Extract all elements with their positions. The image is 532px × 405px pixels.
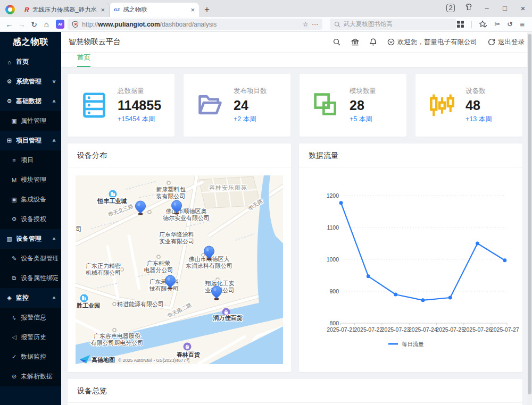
favorites-star-icon[interactable] [479, 20, 487, 28]
header-search-icon[interactable] [333, 38, 340, 46]
x-axis-tick: 2025-07-27 [491, 326, 519, 333]
app-header: 智慧物联云平台 欢迎您，普量电子有限公司 [61, 32, 532, 52]
device-overview-panel: 设备总览 [68, 379, 522, 405]
browser-tab-2[interactable]: GZ 感之物联 × [110, 3, 199, 17]
welcome-text: 欢迎您，普量电子有限公司 [397, 38, 477, 47]
sidebar-item-device-type-management[interactable]: ✎设备类型管理 [0, 249, 61, 268]
map-label: 容桂安乐阁苑 [209, 184, 247, 191]
y-axis-tick: 1000 [327, 256, 339, 263]
data-point [339, 201, 343, 205]
sidebar-item-device-attribute-binding[interactable]: ⧉设备属性绑定 [0, 268, 61, 288]
sidebar-item-home[interactable]: ⌂首页 [0, 52, 61, 72]
device-type-management-icon: ✎ [11, 255, 18, 262]
sidebar-item-module-management[interactable]: M模块管理 [0, 170, 61, 190]
user-welcome[interactable]: 欢迎您，普量电子有限公司 [387, 38, 477, 47]
logout-button[interactable]: 退出登录 [488, 38, 525, 47]
maximize-button[interactable]: □ [496, 4, 514, 12]
stat-delta: +13 本周 [466, 115, 492, 124]
sidebar-item-attribute-management[interactable]: ▣属性管理 [0, 111, 61, 131]
data-point [421, 298, 425, 302]
y-axis-tick: 1100 [327, 224, 339, 231]
map-label: 恒丰工业城 [97, 198, 127, 204]
chevron-up-icon: ∧ [51, 138, 59, 143]
stats-row: 总数据量114855+15454 本周发布项目数24+2 本周模块数量28+5 … [68, 74, 522, 137]
tab2-close-icon[interactable]: × [190, 6, 195, 14]
legend-label: 每日流量 [402, 341, 424, 347]
address-bar[interactable]: http://www.puliangiot.com/dashboard/anal… [68, 19, 322, 30]
bookmark-star-icon[interactable]: ☆ [303, 21, 309, 28]
stat-delta: +15454 本周 [118, 115, 161, 124]
sidebar-item-alarm-history[interactable]: ◁报警历史 [0, 327, 61, 347]
tab-count-badge[interactable]: 2 [446, 4, 455, 12]
close-button[interactable]: × [514, 4, 532, 13]
device-attribute-binding-icon: ⧉ [11, 275, 18, 282]
home-icon[interactable]: ⌂ [40, 20, 53, 29]
map-label: 广东容声电器股份有限公司厨电分公司 [91, 333, 144, 346]
more-dots-icon[interactable]: ⋯ [312, 21, 318, 28]
x-axis-tick: 2025-07-26 [463, 326, 492, 333]
platform-title: 智慧物联云平台 [69, 37, 121, 47]
sidebar-item-system-management[interactable]: ⚙系统管理∨ [0, 72, 61, 91]
scissors-icon[interactable]: ✂ [494, 20, 500, 28]
device-distribution-map[interactable]: 新康塑料包装有限公司容桂安乐阁苑恒丰工业城华天北三路华天路佛山市顺德区奥德尔实业… [76, 175, 283, 364]
sidebar-item-device-authorization[interactable]: ⚙设备授权 [0, 209, 61, 229]
attribute-management-icon: ▣ [11, 117, 18, 124]
alarm-info-icon: ϟ [11, 315, 18, 321]
sidebar-item-project-management[interactable]: ⊞项目管理∧ [0, 131, 61, 150]
sidebar-item-monitoring[interactable]: ◈监控∧ [0, 288, 61, 308]
sidebar-item-integrated-device[interactable]: ▣集成设备 [0, 190, 61, 209]
undo-icon[interactable]: ↺ [507, 20, 513, 28]
project-management-icon: ⊞ [6, 137, 13, 144]
browser-tab-1[interactable]: R 无线压力传感器_静力水准仪_ × [20, 3, 110, 17]
sidebar-item-unparsed-data[interactable]: ⊘未解析数据 [0, 367, 61, 386]
stat-card-database: 总数据量114855+15454 本周 [68, 74, 174, 137]
browser-logo-icon[interactable] [5, 5, 15, 14]
map-label: 精进能源有限公司 [117, 301, 164, 307]
monitoring-icon: ◈ [6, 294, 13, 301]
data-flow-line-chart[interactable]: 8009001000110012002025-07-212025-07-2220… [299, 167, 522, 372]
forward-icon[interactable]: → [15, 20, 28, 29]
home-icon: ⌂ [6, 59, 13, 65]
search-icon [334, 21, 340, 28]
browser-titlebar: R 无线压力传感器_静力水准仪_ × GZ 感之物联 × + 2 – □ × [0, 0, 532, 17]
stat-label: 总数据量 [118, 87, 161, 96]
project-icon: ≡ [11, 157, 18, 164]
browser-search-box[interactable]: 武大夏核图书馆高 [330, 19, 457, 30]
system-management-icon: ⚙ [6, 78, 13, 85]
portal-bank-icon[interactable] [351, 38, 359, 46]
sidebar-item-basic-data[interactable]: ⚙基础数据∧ [0, 91, 61, 111]
apps-grid-icon[interactable] [456, 20, 464, 28]
sidebar-menu: ⌂首页⚙系统管理∨⚙基础数据∧▣属性管理⊞项目管理∧≡项目M模块管理▣集成设备⚙… [0, 52, 61, 386]
modules-icon [313, 92, 339, 119]
ai-assistant-icon[interactable]: AI [56, 20, 64, 29]
sidebar-item-project[interactable]: ≡项目 [0, 150, 61, 170]
tab-home-page[interactable]: 首页 [77, 53, 90, 67]
app-logo[interactable]: 感之物联 [0, 32, 61, 52]
stat-value: 48 [466, 98, 492, 113]
stat-card-candles: 设备数48+13 本周 [415, 74, 522, 137]
new-tab-button[interactable]: + [199, 4, 216, 17]
page-scrollbar-thumb[interactable] [528, 34, 531, 394]
reload-icon[interactable]: ↻ [28, 20, 40, 29]
tab1-favicon: R [24, 6, 29, 14]
stat-card-folder: 发布项目数24+2 本周 [184, 74, 290, 137]
url-text: http://www.puliangiot.com/dashboard/anal… [82, 21, 300, 28]
sidebar-item-alarm-info[interactable]: ϟ报警信息 [0, 308, 61, 327]
sidebar-item-data-monitoring[interactable]: ✓数据监控 [0, 347, 61, 367]
map-attribution: © 2025 AutoNavi - GS(2023)4677号 [118, 358, 190, 363]
theme-shirt-icon[interactable] [460, 3, 478, 13]
map-panel-title: 设备分布 [68, 144, 291, 167]
data-point [394, 293, 397, 297]
chevron-down-icon: ∨ [51, 79, 59, 84]
stat-value: 114855 [118, 98, 161, 113]
y-axis-tick: 1200 [327, 192, 339, 199]
menu-icon[interactable]: ≡ [520, 20, 525, 29]
logout-icon [488, 38, 495, 46]
back-icon[interactable]: ← [3, 20, 15, 29]
minimize-button[interactable]: – [478, 4, 496, 12]
tab1-close-icon[interactable]: × [101, 6, 105, 14]
legend-daily-flow[interactable]: 每日流量 [388, 341, 424, 347]
notification-bell-icon[interactable] [370, 38, 377, 46]
sidebar-item-device-management[interactable]: ▥设备管理∧ [0, 229, 61, 249]
insecure-shield-icon[interactable] [72, 21, 79, 28]
